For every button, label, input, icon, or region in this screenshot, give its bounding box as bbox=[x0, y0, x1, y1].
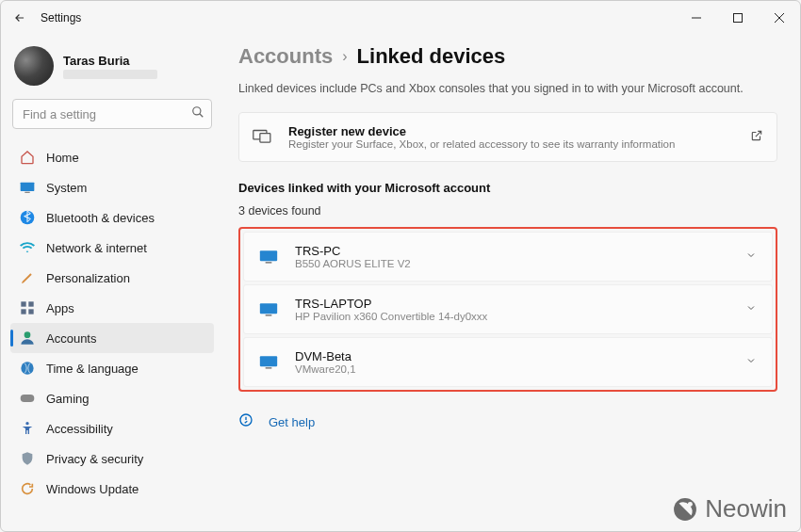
svg-rect-20 bbox=[266, 262, 272, 264]
titlebar: Settings bbox=[1, 1, 800, 35]
svg-line-5 bbox=[200, 114, 204, 118]
breadcrumb-parent[interactable]: Accounts bbox=[238, 44, 333, 69]
bluetooth-icon bbox=[20, 210, 35, 225]
svg-rect-15 bbox=[21, 395, 35, 402]
svg-rect-19 bbox=[260, 250, 277, 261]
svg-rect-11 bbox=[21, 309, 25, 314]
register-title: Register new device bbox=[288, 124, 675, 138]
sidebar-item-accessibility[interactable]: Accessibility bbox=[10, 413, 214, 443]
search-input[interactable] bbox=[12, 99, 212, 129]
svg-rect-22 bbox=[266, 314, 272, 316]
svg-rect-1 bbox=[734, 14, 743, 23]
system-icon bbox=[20, 180, 35, 195]
get-help-link[interactable]: Get help bbox=[269, 415, 315, 429]
sidebar-item-label: Bluetooth & devices bbox=[46, 211, 155, 225]
chevron-down-icon bbox=[745, 302, 757, 316]
chevron-down-icon bbox=[745, 250, 757, 264]
svg-rect-6 bbox=[21, 183, 35, 191]
device-row[interactable]: TRS-LAPTOP HP Pavilion x360 Convertible … bbox=[243, 284, 773, 334]
device-name: TRS-PC bbox=[295, 244, 411, 258]
devices-highlight-box: TRS-PC B550 AORUS ELITE V2 TRS-LAPTOP HP… bbox=[238, 227, 777, 392]
sidebar-item-gaming[interactable]: Gaming bbox=[10, 383, 214, 413]
sidebar-item-time[interactable]: Time & language bbox=[10, 353, 214, 383]
window-title: Settings bbox=[41, 11, 81, 24]
sidebar-item-label: Home bbox=[46, 151, 79, 165]
sidebar-item-home[interactable]: Home bbox=[10, 142, 214, 172]
monitor-icon bbox=[259, 250, 278, 265]
neowin-logo-icon bbox=[673, 497, 697, 522]
back-button[interactable] bbox=[8, 7, 31, 29]
sidebar-item-update[interactable]: Windows Update bbox=[10, 474, 214, 504]
sidebar: Taras Buria Home System Bluetooth & devi… bbox=[1, 35, 223, 531]
svg-rect-10 bbox=[28, 301, 33, 306]
svg-point-16 bbox=[25, 422, 28, 425]
get-help-row[interactable]: Get help bbox=[238, 412, 777, 431]
sidebar-item-label: Network & internet bbox=[46, 241, 147, 255]
devices-count: 3 devices found bbox=[238, 204, 777, 218]
sidebar-item-label: Gaming bbox=[46, 392, 90, 406]
sidebar-item-label: Windows Update bbox=[46, 482, 139, 496]
register-device-card[interactable]: Register new device Register your Surfac… bbox=[238, 112, 777, 162]
update-icon bbox=[20, 481, 35, 496]
wifi-icon bbox=[20, 240, 35, 255]
svg-rect-18 bbox=[260, 133, 270, 141]
sidebar-item-apps[interactable]: Apps bbox=[10, 293, 214, 323]
minimize-button[interactable] bbox=[676, 3, 717, 33]
nav-list: Home System Bluetooth & devices Network … bbox=[10, 142, 214, 504]
page-title: Linked devices bbox=[357, 44, 506, 69]
gamepad-icon bbox=[20, 391, 35, 406]
titlebar-left: Settings bbox=[8, 7, 81, 29]
sidebar-item-label: Privacy & security bbox=[46, 452, 143, 466]
maximize-icon bbox=[733, 13, 743, 23]
sidebar-item-accounts[interactable]: Accounts bbox=[10, 323, 214, 353]
sidebar-item-label: Personalization bbox=[46, 271, 130, 285]
svg-point-14 bbox=[21, 362, 33, 374]
arrow-left-icon bbox=[13, 11, 26, 24]
sidebar-item-label: Apps bbox=[46, 301, 74, 315]
sidebar-item-network[interactable]: Network & internet bbox=[10, 233, 214, 263]
open-external-icon bbox=[750, 129, 763, 145]
apps-icon bbox=[20, 300, 35, 315]
accessibility-icon bbox=[20, 421, 35, 436]
shield-icon bbox=[20, 451, 35, 466]
home-icon bbox=[20, 150, 35, 165]
chevron-down-icon bbox=[745, 355, 757, 369]
svg-point-27 bbox=[688, 502, 693, 507]
sidebar-item-label: Accounts bbox=[46, 331, 96, 346]
close-icon bbox=[775, 13, 784, 23]
devices-section-header: Devices linked with your Microsoft accou… bbox=[238, 181, 777, 195]
chevron-right-icon: › bbox=[342, 48, 347, 65]
device-model: HP Pavilion x360 Convertible 14-dy0xxx bbox=[295, 311, 487, 322]
device-model: B550 AORUS ELITE V2 bbox=[295, 258, 411, 269]
paint-icon bbox=[20, 270, 35, 285]
sidebar-item-label: System bbox=[46, 181, 87, 195]
window-controls bbox=[676, 3, 800, 33]
device-plus-icon bbox=[253, 127, 273, 148]
globe-icon bbox=[20, 361, 35, 376]
sidebar-item-system[interactable]: System bbox=[10, 172, 214, 202]
main-pane: Accounts › Linked devices Linked devices… bbox=[223, 35, 800, 531]
sidebar-item-privacy[interactable]: Privacy & security bbox=[10, 443, 214, 474]
sidebar-item-label: Accessibility bbox=[46, 422, 113, 436]
svg-point-13 bbox=[25, 331, 31, 338]
search-icon bbox=[191, 105, 204, 121]
sidebar-item-personalization[interactable]: Personalization bbox=[10, 263, 214, 293]
device-row[interactable]: DVM-Beta VMware20,1 bbox=[243, 337, 773, 387]
watermark-text: Neowin bbox=[705, 494, 787, 524]
svg-rect-21 bbox=[260, 303, 277, 314]
page-description: Linked devices include PCs and Xbox cons… bbox=[238, 82, 777, 95]
help-icon bbox=[238, 412, 255, 431]
minimize-icon bbox=[692, 13, 701, 23]
breadcrumb: Accounts › Linked devices bbox=[238, 44, 777, 69]
search-box bbox=[12, 99, 212, 129]
sidebar-item-label: Time & language bbox=[46, 362, 139, 376]
device-name: DVM-Beta bbox=[295, 349, 356, 363]
watermark: Neowin bbox=[673, 494, 787, 524]
maximize-button[interactable] bbox=[717, 3, 759, 33]
sidebar-item-bluetooth[interactable]: Bluetooth & devices bbox=[10, 202, 214, 233]
close-button[interactable] bbox=[759, 3, 800, 33]
user-block[interactable]: Taras Buria bbox=[10, 40, 214, 99]
device-row[interactable]: TRS-PC B550 AORUS ELITE V2 bbox=[243, 232, 773, 282]
svg-rect-24 bbox=[266, 367, 272, 369]
register-subtitle: Register your Surface, Xbox, or related … bbox=[288, 138, 675, 150]
